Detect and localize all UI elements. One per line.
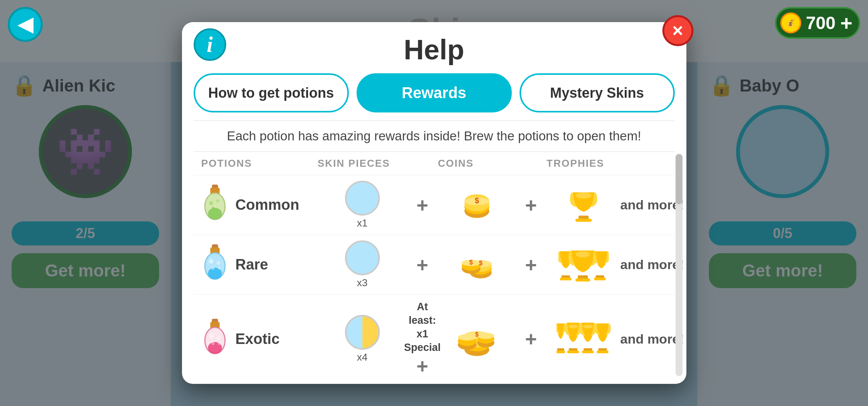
rare-label: Rare xyxy=(236,256,269,273)
common-plus-1: + xyxy=(407,193,438,217)
exotic-skin-cell: x4 xyxy=(318,315,407,363)
exotic-coins-icon: $ xyxy=(456,320,498,358)
modal-tabs: How to get potions Rewards Mystery Skins xyxy=(182,73,686,120)
svg-point-45 xyxy=(216,336,221,340)
svg-rect-64 xyxy=(567,351,579,353)
exotic-coins-cell: $ xyxy=(438,320,516,358)
svg-point-47 xyxy=(218,342,221,345)
scrollbar-thumb[interactable] xyxy=(676,154,683,204)
coin-display: 💰 700 + xyxy=(775,7,860,39)
modal-content: Each potion has amazing rewards inside! … xyxy=(182,120,686,384)
coin-plus-icon[interactable]: + xyxy=(840,12,852,33)
rare-coins-icon: $ $ xyxy=(457,247,496,282)
table-row-rare: Rare x3 + xyxy=(194,235,675,294)
svg-point-65 xyxy=(568,325,578,328)
close-button[interactable]: × xyxy=(662,15,693,46)
modal-overlay: × i Help How to get potions Rewards Myst… xyxy=(0,0,868,406)
exotic-label: Exotic xyxy=(236,331,280,347)
modal-title: Help xyxy=(404,34,464,66)
table-row-exotic: Exotic x4 At least: x1 Special + xyxy=(194,294,675,383)
svg-rect-39 xyxy=(594,278,606,280)
rare-skin-cell: x3 xyxy=(318,240,407,289)
exotic-plus-1: At least: x1 Special + xyxy=(407,300,438,378)
svg-rect-67 xyxy=(582,351,594,353)
common-skin-piece-icon xyxy=(345,181,380,216)
coin-icon: 💰 xyxy=(780,12,801,33)
common-potion-icon xyxy=(201,185,229,225)
svg-point-68 xyxy=(583,325,593,328)
svg-point-20 xyxy=(209,259,213,264)
modal-header: i Help xyxy=(182,22,686,73)
svg-point-3 xyxy=(208,208,222,219)
common-skin-cell: x1 xyxy=(318,181,407,229)
svg-point-21 xyxy=(217,261,220,265)
common-trophy-icon xyxy=(566,188,601,223)
exotic-skin-piece-icon xyxy=(345,315,380,350)
svg-rect-14 xyxy=(575,219,592,222)
svg-rect-36 xyxy=(575,278,590,282)
svg-rect-62 xyxy=(556,351,565,353)
exotic-potion-cell: Exotic xyxy=(201,319,318,359)
svg-point-22 xyxy=(211,267,215,270)
svg-point-48 xyxy=(211,340,213,342)
header-coins: COINS xyxy=(438,157,516,169)
common-plus-2: + xyxy=(516,193,547,217)
svg-rect-34 xyxy=(560,278,572,280)
svg-point-23 xyxy=(218,267,220,270)
rare-plus-2: + xyxy=(516,253,547,276)
rare-skin-count: x3 xyxy=(357,277,367,289)
info-icon: i xyxy=(194,28,226,61)
header-potions: POTIONS xyxy=(201,157,318,169)
tab-mystery-skins[interactable]: Mystery Skins xyxy=(520,73,675,112)
common-potion-cell: Common xyxy=(201,185,318,225)
header-trophies: TROPHIES xyxy=(547,157,620,169)
common-trophy-cell xyxy=(547,188,620,223)
svg-text:$: $ xyxy=(479,260,482,266)
rare-trophy-cell xyxy=(547,247,620,282)
header-skin-pieces: SKIN PIECES xyxy=(318,157,407,169)
svg-point-44 xyxy=(209,333,214,339)
rare-coins-cell: $ $ xyxy=(438,247,516,282)
svg-point-37 xyxy=(576,251,590,257)
exotic-skin-count: x4 xyxy=(357,351,367,363)
rare-skin-piece-icon xyxy=(345,240,380,275)
svg-point-4 xyxy=(209,201,213,205)
common-coins-icon: $ xyxy=(459,190,494,221)
rewards-description: Each potion has amazing rewards inside! … xyxy=(194,120,675,152)
tab-how-to-get-potions[interactable]: How to get potions xyxy=(194,73,349,112)
exotic-trophy-icon xyxy=(556,320,611,358)
rare-potion-icon xyxy=(201,244,229,285)
back-arrow-icon: ◀ xyxy=(18,13,33,36)
rare-potion-cell: Rare xyxy=(201,244,318,285)
svg-point-59 xyxy=(477,333,494,339)
close-icon: × xyxy=(672,21,683,40)
rare-plus-1: + xyxy=(407,253,438,276)
help-modal: × i Help How to get potions Rewards Myst… xyxy=(182,22,686,384)
svg-point-15 xyxy=(576,192,591,199)
svg-point-6 xyxy=(212,207,214,209)
exotic-trophy-cell xyxy=(547,320,620,358)
table-header-row: POTIONS SKIN PIECES COINS TROPHIES xyxy=(194,152,675,175)
svg-point-5 xyxy=(216,199,219,202)
svg-text:$: $ xyxy=(475,331,478,338)
common-skin-count: x1 xyxy=(357,217,367,229)
common-label: Common xyxy=(236,197,300,213)
coin-amount: 700 xyxy=(806,12,836,33)
back-button[interactable]: ◀ xyxy=(8,7,43,42)
scrollbar-track[interactable] xyxy=(676,154,683,376)
table-row-ultra: At least: xyxy=(194,383,675,384)
rewards-table: POTIONS SKIN PIECES COINS TROPHIES xyxy=(194,152,675,384)
svg-point-56 xyxy=(458,334,476,340)
common-coins-cell: $ xyxy=(438,190,516,221)
rare-trophy-icon xyxy=(558,247,609,282)
svg-rect-70 xyxy=(597,351,608,353)
svg-point-46 xyxy=(211,342,215,345)
exotic-plus-2: + xyxy=(516,327,547,351)
table-row-common: Common x1 + xyxy=(194,175,675,235)
svg-text:$: $ xyxy=(469,259,473,266)
tab-rewards[interactable]: Rewards xyxy=(357,73,512,112)
exotic-potion-icon xyxy=(201,319,229,359)
svg-text:$: $ xyxy=(475,196,479,205)
